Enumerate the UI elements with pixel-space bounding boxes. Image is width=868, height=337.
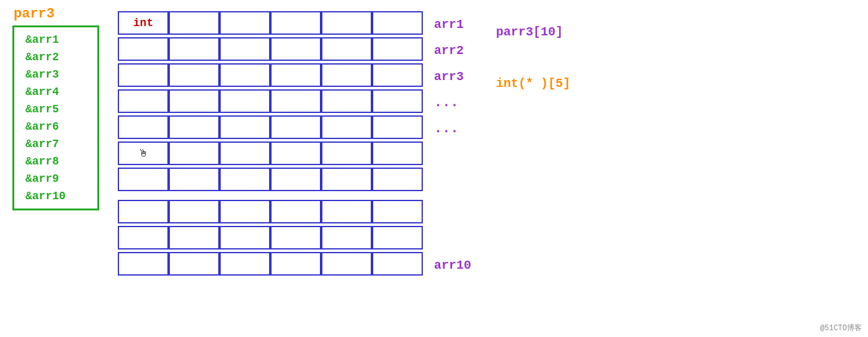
array-cell-r2-c5 (372, 63, 423, 87)
array-cell-r3-c3 (270, 89, 321, 113)
address-item-10: &arr10 (25, 190, 86, 202)
array-row-6 (118, 168, 423, 191)
array-row-5: 🖱 (118, 142, 423, 165)
array-cell-r7-c2 (219, 200, 270, 223)
arr-label-1: arr2 (434, 37, 471, 63)
address-item-3: &arr3 (25, 68, 86, 81)
array-grid: int🖱 (118, 11, 423, 278)
array-cell-r6-c3 (270, 168, 321, 191)
array-cell-r1-c2 (219, 37, 270, 61)
arr-label-4: ... (434, 115, 471, 142)
address-item-7: &arr7 (25, 138, 86, 150)
array-row-0: int (118, 11, 423, 35)
array-cell-r5-c4 (321, 142, 372, 165)
address-box: &arr1&arr2&arr3&arr4&arr5&arr6&arr7&arr8… (12, 25, 99, 210)
array-cell-r1-c0 (118, 37, 169, 61)
arr-label-2: arr3 (434, 63, 471, 89)
array-cell-r1-c3 (270, 37, 321, 61)
array-row-7 (118, 200, 423, 223)
address-item-4: &arr4 (25, 86, 86, 98)
array-cell-r2-c4 (321, 63, 372, 87)
array-cell-r5-c2 (219, 142, 270, 165)
array-cell-r5-c3 (270, 142, 321, 165)
array-cell-r4-c3 (270, 115, 321, 139)
array-cell-r6-c1 (169, 168, 219, 191)
arr-label-0: arr1 (434, 11, 471, 37)
array-cell-r0-c4 (321, 11, 372, 35)
array-cell-r4-c5 (372, 115, 423, 139)
array-cell-r8-c0 (118, 226, 169, 249)
array-cell-r3-c0 (118, 89, 169, 113)
arr-label-7 (434, 200, 471, 226)
array-cell-r4-c1 (169, 115, 219, 139)
arr-label-3: ... (434, 89, 471, 115)
array-cell-r6-c4 (321, 168, 372, 191)
array-row-8 (118, 226, 423, 249)
left-section: parr3 &arr1&arr2&arr3&arr4&arr5&arr6&arr… (12, 6, 99, 210)
address-item-6: &arr6 (25, 120, 86, 133)
address-item-9: &arr9 (25, 173, 86, 185)
array-cell-r7-c1 (169, 200, 219, 223)
array-cell-r4-c0 (118, 115, 169, 139)
arr-label-9: arr10 (434, 252, 471, 278)
array-cell-r3-c4 (321, 89, 372, 113)
array-row-4 (118, 115, 423, 139)
array-cell-r7-c0 (118, 200, 169, 223)
array-row-1 (118, 37, 423, 61)
array-cell-r9-c1 (169, 252, 219, 276)
watermark: @51CTO博客 (820, 323, 862, 333)
address-item-2: &arr2 (25, 51, 86, 63)
address-item-8: &arr8 (25, 155, 86, 168)
array-cell-r9-c4 (321, 252, 372, 276)
int-type-label: int(* )[5] (496, 76, 570, 91)
array-cell-r2-c2 (219, 63, 270, 87)
address-item-5: &arr5 (25, 103, 86, 115)
array-cell-r0-c5 (372, 11, 423, 35)
array-cell-r1-c1 (169, 37, 219, 61)
array-cell-r9-c3 (270, 252, 321, 276)
array-cell-r9-c2 (219, 252, 270, 276)
array-row-3 (118, 89, 423, 113)
arr-label-8 (434, 226, 471, 252)
far-right-section: parr3[10] int(* )[5] (496, 25, 570, 91)
array-cell-r3-c1 (169, 89, 219, 113)
array-row-2 (118, 63, 423, 87)
page-container: parr3 &arr1&arr2&arr3&arr4&arr5&arr6&arr… (0, 0, 868, 337)
arr-label-6 (434, 174, 471, 200)
array-cell-r7-c5 (372, 200, 423, 223)
array-cell-r9-c0 (118, 252, 169, 276)
array-row-9 (118, 252, 423, 276)
array-cell-r3-c5 (372, 89, 423, 113)
parr3-10-label: parr3[10] (496, 25, 570, 39)
array-cell-r8-c4 (321, 226, 372, 249)
cursor-icon: 🖱 (138, 148, 148, 160)
array-cell-r8-c2 (219, 226, 270, 249)
array-cell-r6-c2 (219, 168, 270, 191)
array-cell-r8-c5 (372, 226, 423, 249)
array-cell-r4-c2 (219, 115, 270, 139)
array-cell-r6-c0 (118, 168, 169, 191)
array-cell-r2-c0 (118, 63, 169, 87)
array-cell-r9-c5 (372, 252, 423, 276)
array-cell-r2-c1 (169, 63, 219, 87)
parr3-title: parr3 (14, 6, 55, 22)
array-cell-r0-c2 (219, 11, 270, 35)
array-cell-r1-c5 (372, 37, 423, 61)
right-labels-section: arr1arr2arr3......arr10 (434, 11, 471, 278)
array-cell-r4-c4 (321, 115, 372, 139)
array-cell-r0-c0: int (118, 11, 169, 35)
array-cell-r0-c1 (169, 11, 219, 35)
array-cell-r3-c2 (219, 89, 270, 113)
array-cell-r5-c5 (372, 142, 423, 165)
array-cell-r2-c3 (270, 63, 321, 87)
arr-label-5 (434, 142, 471, 168)
address-item-1: &arr1 (25, 34, 86, 46)
array-cell-r6-c5 (372, 168, 423, 191)
array-cell-r5-c0: 🖱 (118, 142, 169, 165)
array-cell-r5-c1 (169, 142, 219, 165)
array-cell-r7-c4 (321, 200, 372, 223)
array-cell-r8-c1 (169, 226, 219, 249)
array-cell-r1-c4 (321, 37, 372, 61)
array-cell-r0-c3 (270, 11, 321, 35)
array-cell-r7-c3 (270, 200, 321, 223)
